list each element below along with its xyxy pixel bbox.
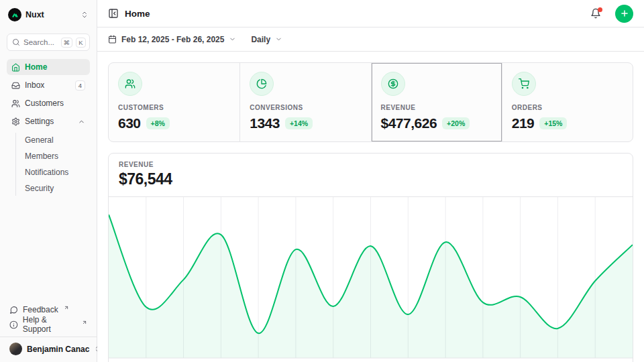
stat-value: 630 bbox=[118, 115, 141, 131]
collapse-sidebar-button[interactable] bbox=[108, 8, 119, 19]
inbox-count-badge: 4 bbox=[75, 80, 85, 90]
settings-submenu: General Members Notifications Security bbox=[15, 133, 90, 196]
stat-value: $477,626 bbox=[381, 115, 437, 131]
stat-label: ORDERS bbox=[512, 104, 623, 111]
stat-card-orders[interactable]: ORDERS 219 +15% bbox=[502, 63, 633, 141]
dashboard-content: CUSTOMERS 630 +8% CONVERSIONS 1343 +14% bbox=[97, 52, 644, 362]
team-selector[interactable]: Nuxt bbox=[7, 7, 90, 24]
sidebar-item-security[interactable]: Security bbox=[25, 181, 90, 196]
chart-header: REVENUE $76,544 bbox=[109, 154, 633, 197]
chat-bubble-icon bbox=[9, 306, 18, 314]
panel-left-close-icon bbox=[108, 8, 119, 19]
footer-link-label: Help & Support bbox=[23, 315, 76, 334]
sidebar: Nuxt Search... ⌘ K Home Inbox 4 bbox=[0, 0, 97, 362]
stat-delta-badge: +8% bbox=[146, 117, 170, 129]
sidebar-item-members[interactable]: Members bbox=[25, 149, 90, 164]
calendar-icon bbox=[108, 35, 117, 44]
search-input[interactable]: Search... ⌘ K bbox=[7, 34, 90, 51]
nuxt-logo-icon bbox=[8, 8, 21, 21]
sidebar-spacer bbox=[7, 196, 90, 302]
stat-value: 1343 bbox=[250, 115, 280, 131]
external-link-icon bbox=[82, 320, 87, 325]
date-range-label: Feb 12, 2025 - Feb 26, 2025 bbox=[121, 35, 224, 44]
stat-delta-badge: +14% bbox=[285, 117, 313, 129]
granularity-select[interactable]: Daily bbox=[251, 35, 282, 44]
sidebar-nav: Home Inbox 4 Customers Settings General bbox=[7, 59, 90, 196]
stat-label: REVENUE bbox=[381, 104, 492, 111]
chevron-up-icon bbox=[78, 118, 85, 125]
pie-chart-icon bbox=[250, 72, 274, 96]
info-circle-icon bbox=[9, 320, 18, 329]
stat-card-conversions[interactable]: CONVERSIONS 1343 +14% bbox=[239, 63, 370, 141]
stat-label: CUSTOMERS bbox=[118, 104, 230, 111]
page-title: Home bbox=[125, 9, 584, 19]
main-area: Home Feb 12, 2025 - Feb 26, 2025 Daily bbox=[97, 0, 644, 362]
plus-icon bbox=[620, 9, 629, 18]
filters-toolbar: Feb 12, 2025 - Feb 26, 2025 Daily bbox=[97, 27, 644, 52]
kbd-k: K bbox=[76, 38, 86, 48]
stat-delta-badge: +20% bbox=[442, 117, 470, 129]
notifications-button[interactable] bbox=[590, 8, 601, 19]
stat-card-revenue[interactable]: REVENUE $477,626 +20% bbox=[371, 63, 502, 141]
revenue-chart-card: REVENUE $76,544 14 Feb16 Feb18 Feb20 Feb… bbox=[108, 153, 633, 362]
search-icon bbox=[12, 38, 20, 46]
stat-label: CONVERSIONS bbox=[250, 104, 361, 111]
chevrons-up-down-icon bbox=[80, 11, 89, 19]
sidebar-item-label: Customers bbox=[25, 99, 85, 108]
app-root: Nuxt Search... ⌘ K Home Inbox 4 bbox=[0, 0, 644, 362]
stats-cards: CUSTOMERS 630 +8% CONVERSIONS 1343 +14% bbox=[108, 62, 633, 142]
external-link-icon bbox=[64, 305, 69, 310]
users-icon bbox=[118, 72, 142, 96]
user-menu[interactable]: Benjamin Canac bbox=[7, 337, 90, 357]
stat-card-customers[interactable]: CUSTOMERS 630 +8% bbox=[109, 63, 239, 141]
sidebar-item-customers[interactable]: Customers bbox=[7, 95, 90, 111]
dollar-circle-icon bbox=[381, 72, 405, 96]
sidebar-item-label: Inbox bbox=[25, 80, 70, 90]
chevron-down-icon bbox=[229, 36, 236, 43]
sidebar-item-label: Home bbox=[25, 62, 85, 72]
stat-delta-badge: +15% bbox=[539, 117, 567, 129]
add-button[interactable] bbox=[615, 5, 633, 23]
chart-metric-value: $76,544 bbox=[119, 170, 623, 188]
home-icon bbox=[11, 63, 20, 72]
sidebar-item-home[interactable]: Home bbox=[7, 59, 90, 75]
search-placeholder: Search... bbox=[23, 38, 58, 46]
avatar bbox=[9, 343, 22, 355]
chevron-down-icon bbox=[275, 36, 282, 43]
top-navbar: Home bbox=[97, 0, 644, 27]
help-support-link[interactable]: Help & Support bbox=[7, 317, 90, 332]
team-name: Nuxt bbox=[25, 10, 76, 19]
sidebar-item-general[interactable]: General bbox=[25, 133, 90, 147]
sidebar-item-notifications[interactable]: Notifications bbox=[25, 165, 90, 180]
stat-value: 219 bbox=[512, 115, 535, 131]
footer-link-label: Feedback bbox=[23, 305, 58, 314]
chart-metric-label: REVENUE bbox=[119, 161, 623, 168]
kbd-cmd: ⌘ bbox=[61, 38, 73, 48]
users-icon bbox=[11, 99, 20, 108]
sidebar-item-inbox[interactable]: Inbox 4 bbox=[7, 77, 90, 93]
shopping-cart-icon bbox=[512, 72, 536, 96]
date-range-picker[interactable]: Feb 12, 2025 - Feb 26, 2025 bbox=[108, 35, 236, 44]
granularity-label: Daily bbox=[251, 35, 270, 44]
notification-dot bbox=[598, 7, 602, 12]
user-name: Benjamin Canac bbox=[27, 345, 89, 354]
gear-icon bbox=[11, 117, 20, 126]
sidebar-item-label: Settings bbox=[25, 117, 73, 126]
sidebar-item-settings[interactable]: Settings bbox=[7, 113, 90, 129]
inbox-icon bbox=[11, 81, 20, 90]
revenue-chart-svg[interactable]: 14 Feb16 Feb18 Feb20 Feb22 Feb24 Feb bbox=[109, 197, 633, 362]
